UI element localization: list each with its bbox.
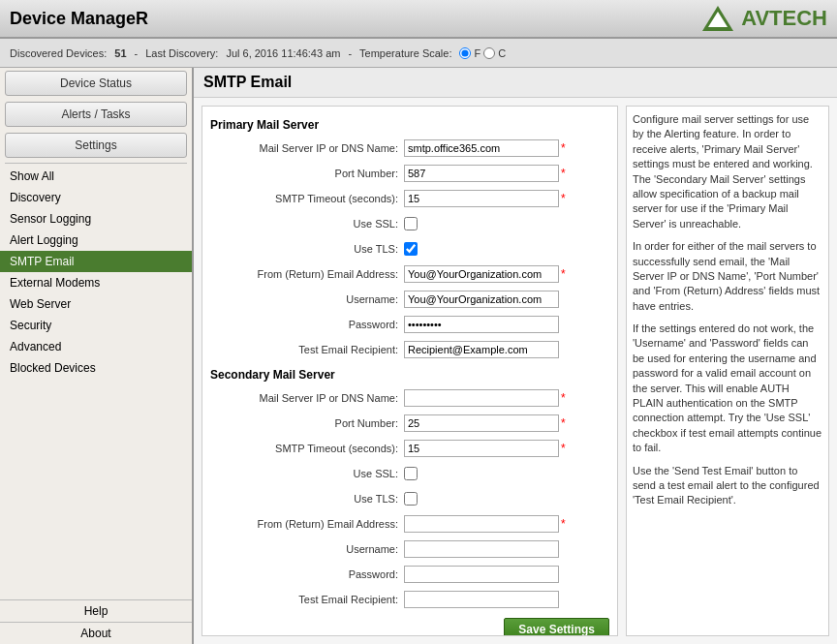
sidebar-item-blocked-devices[interactable]: Blocked Devices: [0, 357, 192, 379]
required-star-1: *: [561, 141, 566, 155]
from-email-label: From (Return) Email Address:: [210, 268, 404, 280]
sidebar-settings[interactable]: Settings: [5, 133, 187, 158]
sidebar-item-show-all[interactable]: Show All: [0, 166, 192, 187]
last-discovery-label: Last Discovery:: [145, 47, 218, 59]
primary-from-row: From (Return) Email Address: *: [210, 263, 609, 285]
secondary-mail-server-input[interactable]: [404, 389, 559, 407]
sidebar-item-external-modems[interactable]: External Modems: [0, 272, 192, 293]
sidebar: Device Status Alerts / Tasks Settings Sh…: [0, 68, 194, 644]
primary-tls-row: Use TLS:: [210, 238, 609, 260]
secondary-password-row: Password:: [210, 564, 609, 585]
secondary-timeout-label: SMTP Timeout (seconds):: [210, 443, 404, 454]
separator2: -: [348, 47, 352, 59]
primary-from-input[interactable]: [404, 265, 559, 283]
secondary-mail-server-section: Secondary Mail Server Mail Server IP or …: [210, 368, 609, 636]
temp-f-radio[interactable]: [459, 47, 471, 59]
primary-test-recipient-input[interactable]: [404, 341, 559, 358]
secondary-section-header: Secondary Mail Server: [210, 368, 609, 382]
primary-timeout-input[interactable]: [404, 190, 559, 207]
form-area: Primary Mail Server Mail Server IP or DN…: [202, 106, 618, 636]
save-settings-button[interactable]: Save Settings: [504, 618, 609, 636]
secondary-tls-row: Use TLS:: [210, 488, 609, 509]
secondary-test-recipient-label: Test Email Recipient:: [210, 594, 404, 605]
primary-mail-server-row: Mail Server IP or DNS Name: *: [210, 138, 609, 159]
primary-username-row: Username:: [210, 289, 609, 310]
secondary-password-label: Password:: [210, 568, 404, 580]
avtech-logo-text: AVTECH: [741, 6, 827, 31]
main-layout: Device Status Alerts / Tasks Settings Sh…: [0, 68, 837, 644]
sidebar-about[interactable]: About: [0, 622, 192, 644]
primary-timeout-row: SMTP Timeout (seconds): *: [210, 188, 609, 209]
sidebar-item-web-server[interactable]: Web Server: [0, 293, 192, 315]
topbar: Discovered Devices: 51 - Last Discovery:…: [0, 39, 837, 68]
sidebar-item-security[interactable]: Security: [0, 315, 192, 336]
mail-server-label: Mail Server IP or DNS Name:: [210, 142, 404, 154]
secondary-from-row: From (Return) Email Address: *: [210, 513, 609, 535]
secondary-test-recipient-row: Test Email Recipient:: [210, 589, 609, 610]
secondary-test-recipient-input[interactable]: [404, 591, 559, 608]
primary-mail-server-section: Primary Mail Server Mail Server IP or DN…: [210, 118, 609, 360]
secondary-tls-label: Use TLS:: [210, 493, 404, 505]
info-para-3: If the settings entered do not work, the…: [633, 322, 822, 456]
primary-ssl-row: Use SSL:: [210, 213, 609, 234]
temp-c-radio[interactable]: [483, 47, 495, 59]
app-header: Device ManageR AVTECH: [0, 0, 837, 39]
temp-scale-label: Temperature Scale:: [359, 47, 451, 59]
secondary-ssl-checkbox[interactable]: [404, 467, 418, 480]
secondary-port-row: Port Number: *: [210, 413, 609, 434]
sidebar-help[interactable]: Help: [0, 599, 192, 622]
required-star-8: *: [561, 517, 566, 531]
secondary-timeout-input[interactable]: [404, 440, 559, 457]
info-para-2: In order for either of the mail servers …: [633, 239, 822, 314]
secondary-username-label: Username:: [210, 543, 404, 555]
info-para-1: Configure mail server settings for use b…: [633, 112, 822, 231]
info-panel: Configure mail server settings for use b…: [626, 106, 829, 636]
tls-label: Use TLS:: [210, 243, 404, 255]
secondary-timeout-row: SMTP Timeout (seconds): *: [210, 438, 609, 459]
temp-scale-group[interactable]: F C: [459, 47, 506, 59]
sidebar-item-advanced[interactable]: Advanced: [0, 336, 192, 357]
secondary-port-input[interactable]: [404, 414, 559, 432]
secondary-mail-server-label: Mail Server IP or DNS Name:: [210, 392, 404, 404]
secondary-tls-checkbox[interactable]: [404, 492, 418, 506]
primary-port-row: Port Number: *: [210, 163, 609, 184]
port-label: Port Number:: [210, 168, 404, 179]
sidebar-divider-1: [5, 163, 187, 164]
ssl-label: Use SSL:: [210, 218, 404, 230]
secondary-ssl-row: Use SSL:: [210, 463, 609, 484]
app-title: Device ManageR: [10, 9, 148, 29]
discovered-count: 51: [114, 47, 126, 59]
test-recipient-label: Test Email Recipient:: [210, 344, 404, 355]
info-para-4: Use the 'Send Test Email' button to send…: [633, 464, 822, 508]
required-star-5: *: [561, 391, 566, 405]
primary-password-input[interactable]: [404, 316, 559, 333]
primary-username-input[interactable]: [404, 291, 559, 308]
sidebar-item-smtp-email[interactable]: SMTP Email: [0, 251, 192, 272]
avtech-logo: AVTECH: [700, 4, 827, 33]
primary-tls-checkbox[interactable]: [404, 242, 418, 256]
avtech-logo-icon: [700, 4, 735, 33]
username-label: Username:: [210, 293, 404, 305]
primary-mail-server-input[interactable]: [404, 139, 559, 157]
sidebar-item-sensor-logging[interactable]: Sensor Logging: [0, 208, 192, 230]
primary-password-row: Password:: [210, 314, 609, 335]
secondary-username-input[interactable]: [404, 540, 559, 558]
save-row: Save Settings: [210, 614, 609, 636]
form-scroll: Primary Mail Server Mail Server IP or DN…: [202, 106, 618, 636]
content-area: SMTP Email Primary Mail Server Mail Serv…: [194, 68, 837, 644]
secondary-from-input[interactable]: [404, 515, 559, 533]
required-star-4: *: [561, 267, 566, 281]
sidebar-spacer: [0, 379, 192, 599]
sidebar-item-alert-logging[interactable]: Alert Logging: [0, 230, 192, 251]
separator1: -: [135, 47, 139, 59]
sidebar-alerts-tasks[interactable]: Alerts / Tasks: [5, 102, 187, 127]
sidebar-item-discovery[interactable]: Discovery: [0, 187, 192, 208]
primary-ssl-checkbox[interactable]: [404, 217, 418, 230]
content-body: Primary Mail Server Mail Server IP or DN…: [194, 98, 837, 644]
required-star-2: *: [561, 167, 566, 180]
secondary-password-input[interactable]: [404, 566, 559, 583]
timeout-label: SMTP Timeout (seconds):: [210, 193, 404, 204]
primary-port-input[interactable]: [404, 165, 559, 182]
sidebar-device-status[interactable]: Device Status: [5, 71, 187, 96]
secondary-ssl-label: Use SSL:: [210, 468, 404, 479]
